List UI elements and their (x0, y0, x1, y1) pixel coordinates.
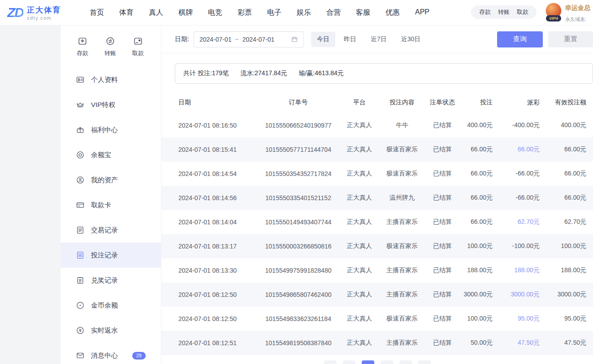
brand-logo-mark: ZD (7, 5, 23, 20)
range-button-yesterday[interactable]: 昨日 (338, 32, 362, 47)
nav-item-esports[interactable]: 电竞 (208, 8, 222, 17)
left-gutter (0, 26, 61, 364)
cell-platform: 正大真人 (342, 146, 377, 154)
coin-ring-icon (76, 150, 85, 159)
quick-action-transfer[interactable]: 转账 (104, 36, 116, 57)
table-row: 2024-07-01 08:14:04 1015550149493407744 … (161, 210, 593, 234)
pagination (161, 360, 593, 364)
col-header-payout: 派彩 (493, 98, 540, 107)
col-header-date: 日期 (178, 98, 255, 107)
col-header-platform: 平台 (342, 98, 377, 107)
cell-order-no: 1015550335401521152 (255, 194, 342, 201)
sidebar-item-realtime-rebate[interactable]: 实时返水 (61, 318, 161, 343)
calendar-icon[interactable] (291, 36, 298, 43)
cell-date: 2024-07-01 08:14:54 (178, 170, 255, 177)
sidebar-item-profile[interactable]: 个人资料 (61, 67, 161, 92)
sidebar-item-bet-records[interactable]: 投注记录 (61, 243, 161, 268)
table-row: 2024-07-01 08:13:30 1015549975991828480 … (161, 258, 593, 283)
sidebar-item-welfare-center[interactable]: 福利中心 (61, 117, 161, 142)
cell-valid-bet: 100.00元 (540, 242, 586, 250)
cell-bet-content: 温州牌九 (377, 194, 427, 202)
range-button-today[interactable]: 今日 (311, 32, 335, 47)
filter-bar: 日期: 2024-07-01 ~ 2024-07-01 今日昨日近7日近30日 … (161, 26, 593, 53)
reset-button[interactable]: 重置 (548, 31, 593, 47)
pagination-page-active[interactable] (362, 360, 374, 364)
sidebar-item-coin-balance[interactable]: 金币余额 (61, 293, 161, 318)
pagination-page[interactable] (381, 360, 393, 364)
col-header-order-no: 订单号 (255, 98, 342, 107)
sidebar-item-my-assets[interactable]: 我的资产 (61, 167, 161, 193)
nav-item-partnership[interactable]: 合营 (326, 8, 341, 17)
date-range-input[interactable]: 2024-07-01 ~ 2024-07-01 (194, 31, 304, 47)
cell-bet-content: 极速百家乐 (377, 170, 427, 178)
cell-bet-content: 主播百家乐 (377, 218, 427, 226)
nav-item-entertainment[interactable]: 娱乐 (297, 8, 311, 17)
quick-action-withdraw[interactable]: 取款 (132, 36, 144, 57)
sidebar-item-withdraw-card[interactable]: 取款卡 (61, 193, 161, 218)
permanent-domain-label: 永久域名: (565, 16, 590, 23)
cell-payout: -100.00元 (493, 242, 540, 250)
nav-item-chess-cards[interactable]: 棋牌 (178, 8, 193, 17)
cell-order-no: 1015550149493407744 (255, 218, 342, 226)
range-button-last-7-days[interactable]: 近7日 (365, 32, 393, 47)
sidebar-item-redeem-records[interactable]: 兑奖记录 (61, 268, 161, 293)
cell-payout: -400.00元 (493, 121, 540, 129)
pagination-page[interactable] (418, 360, 431, 364)
search-button[interactable]: 查询 (497, 31, 543, 47)
date-separator: ~ (235, 36, 239, 43)
sidebar-item-vip-privileges[interactable]: VIP特权 (61, 92, 161, 117)
col-header-status: 注单状态 (427, 98, 458, 107)
transfer-icon (105, 36, 115, 46)
wallet-link-transfer[interactable]: 转账 (498, 8, 510, 16)
nav-item-lottery[interactable]: 彩票 (238, 8, 252, 17)
cell-bet-content: 主播百家乐 (377, 266, 427, 274)
cell-bet-content: 极速百家乐 (377, 146, 427, 154)
cell-payout: 47.50元 (493, 339, 540, 347)
nav-item-home[interactable]: 首页 (90, 8, 104, 17)
range-button-last-30-days[interactable]: 近30日 (395, 32, 427, 47)
cell-bet-content: 极速百家乐 (377, 242, 427, 250)
cell-status: 已结算 (427, 218, 458, 226)
cell-platform: 正大真人 (342, 170, 377, 178)
cell-platform: 正大真人 (342, 194, 377, 202)
nav-item-app[interactable]: APP (415, 8, 429, 17)
cell-bet-content: 主播百家乐 (377, 339, 427, 347)
cell-bet-amount: 66.00元 (458, 170, 493, 178)
sidebar-item-yuebao[interactable]: 余额宝 (61, 142, 161, 167)
pagination-page[interactable] (399, 360, 412, 364)
table-row: 2024-07-01 08:14:56 1015550335401521152 … (161, 186, 593, 210)
cell-order-no: 1015549975991828480 (255, 267, 342, 274)
user-name: 幸运金总 (565, 4, 590, 12)
unread-count-badge: 29 (132, 352, 146, 360)
wallet-link-deposit[interactable]: 存款 (479, 8, 491, 16)
nav-item-sports[interactable]: 体育 (119, 8, 134, 17)
sidebar-item-transaction-records[interactable]: 交易记录 (61, 218, 161, 243)
mail-icon (76, 351, 85, 360)
sidebar-quick-actions: 存款转账取款 (61, 36, 161, 60)
wallet-link-withdraw[interactable]: 取款 (517, 8, 528, 16)
quick-action-deposit[interactable]: 存款 (77, 36, 88, 57)
nav-item-promotions[interactable]: 优惠 (385, 8, 400, 17)
cell-payout: -66.00元 (493, 194, 540, 202)
table-row: 2024-07-01 08:12:51 1015549819508387840 … (161, 331, 593, 355)
cell-status: 已结算 (427, 194, 458, 202)
vip-badge: VIP4 (546, 15, 561, 21)
nav-item-slots[interactable]: 电子 (267, 8, 281, 17)
top-navbar: ZD 正大体育 zdty.com 首页体育真人棋牌电竞彩票电子娱乐合营客服优惠A… (0, 0, 593, 26)
cell-date: 2024-07-01 08:16:50 (178, 122, 255, 129)
nav-item-customer-service[interactable]: 客服 (356, 8, 370, 17)
nav-item-live-casino[interactable]: 真人 (149, 8, 163, 17)
cell-status: 已结算 (427, 339, 458, 347)
date-filter-label: 日期: (175, 35, 189, 43)
pagination-page[interactable] (324, 360, 337, 364)
brand-logo[interactable]: ZD 正大体育 zdty.com (7, 5, 82, 21)
cell-status: 已结算 (427, 266, 458, 274)
cell-order-no: 1015550354352717824 (255, 170, 342, 177)
wallet-quick-links: 存款转账取款 (471, 5, 537, 19)
pagination-page[interactable] (343, 360, 355, 364)
clipboard-icon (76, 276, 85, 285)
transaction-list-icon (76, 226, 85, 235)
table-row: 2024-07-01 08:13:17 1015550003266850816 … (161, 234, 593, 258)
cell-platform: 正大真人 (342, 266, 377, 274)
sidebar-item-message-center[interactable]: 消息中心29 (61, 343, 161, 364)
